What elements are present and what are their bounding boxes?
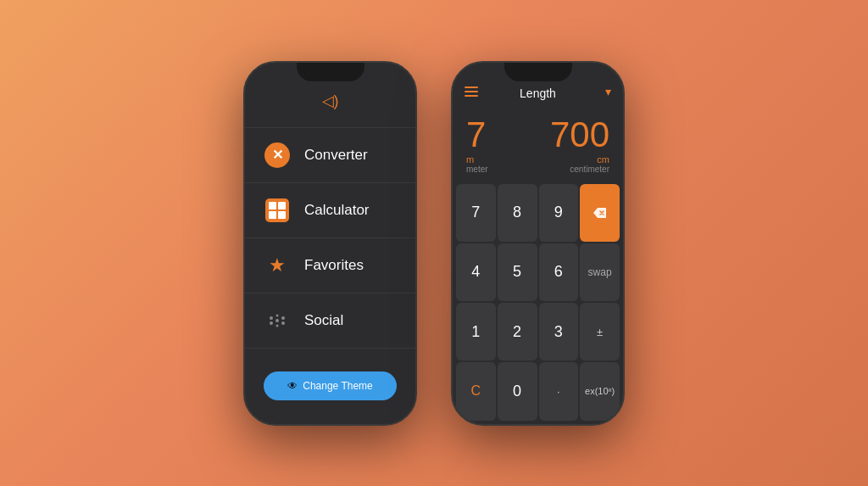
phone2-silent-btn [451, 131, 453, 154]
favorites-icon: ★ [264, 252, 291, 279]
eye-icon: 👁 [287, 380, 298, 392]
converter-screen: Length ▾ 7 m meter 700 cm centimeter [453, 63, 623, 424]
key-5[interactable]: 5 [498, 243, 537, 301]
key-decimal[interactable]: · [539, 362, 579, 420]
key-4[interactable]: 4 [456, 243, 496, 301]
phone-vol-down-btn [243, 200, 245, 234]
display-right-name: centimeter [570, 165, 609, 174]
menu-screen: ◁) ✕ Converter [245, 63, 415, 424]
header-dropdown-icon[interactable]: ▾ [605, 85, 611, 98]
hamburger-line-1 [465, 87, 478, 88]
key-backspace[interactable] [580, 184, 620, 242]
phone-power-btn [415, 160, 417, 211]
display-right-abbr: cm [597, 154, 609, 165]
display-right-value: 700 [550, 117, 609, 153]
header-menu-icon[interactable] [465, 87, 478, 97]
key-2[interactable]: 2 [498, 303, 537, 360]
star-icon: ★ [269, 254, 286, 277]
converter-header: Length ▾ [453, 63, 623, 107]
key-6[interactable]: 6 [539, 243, 579, 301]
calculator-icon [264, 197, 291, 224]
display-right: 700 cm centimeter [542, 117, 610, 174]
svg-point-1 [270, 316, 273, 320]
phone-vol-up-btn [243, 160, 245, 194]
backspace-icon [593, 207, 608, 219]
menu-bottom: 👁 Change Theme [245, 358, 415, 424]
hamburger-line-3 [465, 95, 478, 97]
calc-cell-3 [269, 211, 276, 219]
phone-silent-btn [243, 131, 245, 154]
hamburger-line-2 [465, 91, 478, 92]
calc-cell-2 [278, 202, 286, 209]
converter-display: 7 m meter 700 cm centimeter [453, 107, 623, 181]
display-left-value: 7 [466, 117, 486, 153]
converter-icon: ✕ [264, 142, 291, 169]
menu-item-social-label: Social [304, 312, 343, 329]
key-0[interactable]: 0 [498, 362, 537, 420]
calc-grid-icon [265, 198, 289, 222]
display-left: 7 m meter [466, 117, 535, 174]
key-1[interactable]: 1 [456, 303, 496, 360]
svg-point-5 [276, 314, 279, 316]
key-9[interactable]: 9 [539, 184, 579, 242]
social-dots-icon [266, 310, 288, 332]
calc-cell-4 [278, 211, 286, 219]
key-exponent[interactable]: ex(10ⁿ) [580, 362, 620, 420]
svg-point-4 [281, 321, 285, 325]
phone2-power-btn [623, 160, 625, 211]
social-icon [264, 307, 291, 334]
phone-2-screen: Length ▾ 7 m meter 700 cm centimeter [453, 63, 623, 424]
key-plusminus[interactable]: ± [580, 303, 620, 360]
menu-item-converter[interactable]: ✕ Converter [245, 127, 415, 183]
phone2-vol-down-btn [451, 200, 453, 234]
calc-cell-1 [269, 202, 276, 209]
phone-1-screen: ◁) ✕ Converter [245, 63, 415, 424]
converter-title: Length [520, 87, 556, 100]
menu-item-calculator[interactable]: Calculator [245, 183, 415, 238]
menu-item-social[interactable]: Social [245, 293, 415, 349]
change-theme-label: Change Theme [303, 380, 373, 392]
x-circle-icon: ✕ [264, 142, 290, 168]
keypad: 7 8 9 4 5 6 swap 1 2 3 ± [453, 181, 623, 424]
key-3[interactable]: 3 [539, 303, 579, 360]
phone2-vol-up-btn [451, 160, 453, 194]
key-clear[interactable]: C [456, 362, 496, 420]
svg-point-6 [276, 324, 279, 327]
change-theme-button[interactable]: 👁 Change Theme [264, 371, 397, 400]
menu-item-converter-label: Converter [304, 147, 368, 164]
menu-item-favorites[interactable]: ★ Favorites [245, 238, 415, 293]
display-left-name: meter [466, 165, 488, 174]
phone-1: ◁) ✕ Converter [243, 61, 417, 426]
key-8[interactable]: 8 [498, 184, 537, 242]
key-7[interactable]: 7 [456, 184, 496, 242]
svg-point-0 [275, 319, 279, 322]
menu-item-favorites-label: Favorites [304, 257, 364, 274]
menu-list: ✕ Converter Calculator [245, 127, 415, 358]
svg-point-2 [281, 316, 285, 320]
menu-item-calculator-label: Calculator [304, 202, 370, 219]
svg-point-3 [270, 321, 273, 325]
speaker-icon: ◁) [322, 92, 339, 110]
phone-2: Length ▾ 7 m meter 700 cm centimeter [451, 61, 625, 426]
key-swap[interactable]: swap [580, 243, 620, 301]
display-left-abbr: m [466, 154, 474, 165]
